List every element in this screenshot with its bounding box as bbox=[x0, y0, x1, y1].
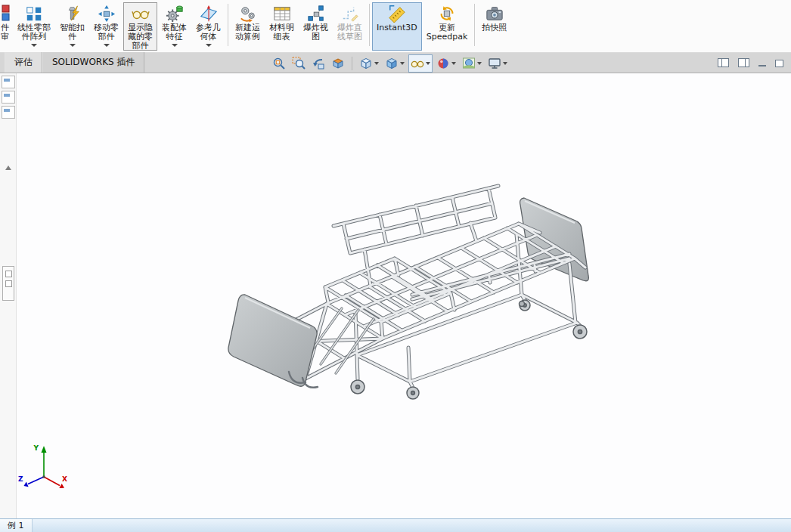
split-pane-left-icon[interactable] bbox=[718, 58, 729, 67]
ribbon-button-instant3d[interactable]: Instant3D bbox=[372, 2, 422, 51]
feature-tree-collapsed-strip bbox=[0, 73, 17, 518]
y-axis-arrow-icon bbox=[42, 446, 47, 453]
view-orientation-cube-icon bbox=[359, 57, 373, 70]
tab-solidworks-addins[interactable]: SOLIDWORKS 插件 bbox=[42, 52, 144, 73]
ribbon-button-label: 部件 bbox=[98, 32, 115, 42]
ribbon-button-label: Instant3D bbox=[377, 23, 417, 32]
ribbon-button-label: 拍快照 bbox=[482, 23, 507, 32]
toolbar-separator bbox=[352, 57, 352, 70]
z-axis-label: Z bbox=[18, 475, 23, 483]
ribbon-button-linear-component-pattern[interactable]: 线性零部 件阵列 bbox=[13, 2, 55, 51]
feature-manager-tab[interactable] bbox=[2, 76, 15, 88]
dropdown-arrow-icon[interactable] bbox=[426, 62, 430, 67]
document-window-controls bbox=[718, 57, 783, 67]
ribbon-button-label: Speedpak bbox=[427, 32, 468, 42]
heads-up-view-toolbar bbox=[269, 54, 510, 72]
configuration-manager-tab[interactable] bbox=[2, 106, 15, 119]
z-axis-arrow-icon bbox=[24, 482, 29, 487]
ribbon-button-show-hidden-components[interactable]: 显示隐 藏的零 部件 bbox=[123, 2, 157, 51]
instant3d-icon bbox=[388, 5, 406, 23]
ribbon-button-move-component[interactable]: 移动零 部件 bbox=[89, 2, 123, 51]
status-bar: 例 1 bbox=[0, 518, 791, 532]
ribbon-separator bbox=[369, 4, 370, 46]
linear-pattern-icon bbox=[25, 5, 43, 23]
monitor-icon bbox=[488, 57, 501, 70]
edit-appearance-button[interactable] bbox=[434, 54, 458, 73]
smart-fasteners-icon bbox=[64, 5, 82, 23]
zoom-to-area-button[interactable] bbox=[290, 54, 308, 73]
display-style-cube-icon bbox=[385, 57, 399, 70]
ribbon-button-explode-line-sketch: 爆炸直 线草图 bbox=[333, 2, 367, 51]
ribbon-button-label: 特征 bbox=[166, 32, 183, 42]
dropdown-arrow-icon[interactable] bbox=[503, 62, 507, 67]
ribbon-button-assembly-features[interactable]: 装配体 特征 bbox=[157, 2, 191, 51]
update-speedpak-icon bbox=[438, 5, 456, 23]
zoom-to-area-icon bbox=[292, 57, 306, 70]
partial-icon bbox=[1, 5, 13, 23]
hide-show-items-button[interactable] bbox=[408, 54, 433, 73]
motion-study-icon bbox=[239, 5, 257, 23]
dropdown-arrow-icon[interactable] bbox=[400, 62, 405, 67]
previous-view-button[interactable] bbox=[309, 54, 327, 73]
dropdown-arrow-icon[interactable] bbox=[451, 62, 456, 67]
x-axis-arrow-icon bbox=[59, 484, 64, 488]
ribbon-button-bill-of-materials[interactable]: 材料明 细表 bbox=[265, 2, 299, 51]
command-tab-row: 评估 SOLIDWORKS 插件 bbox=[0, 53, 791, 73]
ribbon-separator bbox=[228, 4, 228, 46]
ribbon-button-label: 图 bbox=[312, 32, 320, 42]
ribbon-button-reference-geometry[interactable]: 参考几 何体 bbox=[191, 2, 225, 51]
ribbon-button-label: 部件 bbox=[132, 42, 149, 51]
display-style-button[interactable] bbox=[383, 54, 407, 73]
ribbon-button-label: 件阵列 bbox=[22, 32, 47, 42]
coordinate-triad: Y X Z bbox=[17, 442, 71, 490]
dropdown-arrow-icon[interactable] bbox=[206, 44, 212, 50]
camera-icon bbox=[485, 5, 504, 23]
exploded-view-icon bbox=[307, 5, 325, 23]
section-view-button[interactable] bbox=[329, 54, 347, 73]
appearance-sphere-icon bbox=[436, 57, 450, 70]
dropdown-arrow-icon[interactable] bbox=[70, 44, 76, 50]
assembly-features-icon bbox=[166, 5, 184, 23]
section-view-icon bbox=[331, 57, 345, 70]
view-orientation-button[interactable] bbox=[357, 54, 381, 73]
x-axis-label: X bbox=[62, 475, 67, 483]
zoom-to-fit-icon bbox=[272, 57, 286, 70]
previous-view-icon bbox=[312, 57, 325, 70]
ribbon-button-smart-fasteners[interactable]: 智能扣 件 bbox=[55, 2, 89, 51]
assembly-model-hospital-bed bbox=[17, 73, 791, 518]
reference-geometry-icon bbox=[200, 5, 218, 23]
restore-window-icon[interactable] bbox=[775, 60, 783, 67]
dropdown-arrow-icon[interactable] bbox=[374, 62, 379, 67]
model-footboard-panel bbox=[228, 295, 317, 386]
apply-scene-button[interactable] bbox=[460, 54, 484, 73]
ribbon-button-label: 线草图 bbox=[337, 32, 362, 42]
ribbon-button-label: 动算例 bbox=[235, 32, 260, 42]
graphics-viewport[interactable]: Y X Z bbox=[0, 73, 791, 518]
ribbon-button-new-motion-study[interactable]: 新建运 动算例 bbox=[231, 2, 265, 51]
panel-splitter-handle[interactable] bbox=[2, 266, 14, 301]
ribbon-button-label: 何体 bbox=[200, 32, 217, 42]
ribbon-button-exploded-view[interactable]: 爆炸视 图 bbox=[299, 2, 333, 51]
ribbon-button-update-speedpak[interactable]: 更新 Speedpak bbox=[422, 2, 473, 51]
dropdown-arrow-icon[interactable] bbox=[477, 62, 482, 67]
dropdown-arrow-icon[interactable] bbox=[104, 44, 110, 50]
dropdown-arrow-icon[interactable] bbox=[172, 44, 178, 50]
split-pane-right-icon[interactable] bbox=[738, 58, 749, 67]
dropdown-arrow-icon[interactable] bbox=[31, 44, 37, 50]
y-axis-label: Y bbox=[33, 444, 39, 452]
tab-evaluate[interactable]: 评估 bbox=[5, 52, 42, 73]
view-settings-button[interactable] bbox=[485, 54, 510, 73]
ribbon-button-partial-left[interactable]: 件 审 bbox=[0, 2, 13, 51]
ribbon-button-take-snapshot[interactable]: 拍快照 bbox=[477, 2, 511, 51]
zoom-to-fit-button[interactable] bbox=[270, 54, 288, 73]
motion-study-tab-partial[interactable]: 例 1 bbox=[0, 519, 33, 532]
property-manager-tab[interactable] bbox=[2, 91, 15, 104]
glasses-icon bbox=[132, 5, 150, 23]
command-manager-ribbon: 件 审 线性零部 件阵列 智能扣 件 移动零 部件 显示隐 藏的零 部件 bbox=[0, 0, 791, 53]
ribbon-button-label: 细表 bbox=[274, 32, 290, 42]
bom-table-icon bbox=[273, 5, 291, 23]
minimize-icon[interactable] bbox=[758, 65, 766, 66]
scroll-up-arrow-icon[interactable] bbox=[5, 162, 11, 170]
glasses-icon bbox=[411, 57, 424, 70]
ribbon-separator bbox=[474, 4, 475, 46]
